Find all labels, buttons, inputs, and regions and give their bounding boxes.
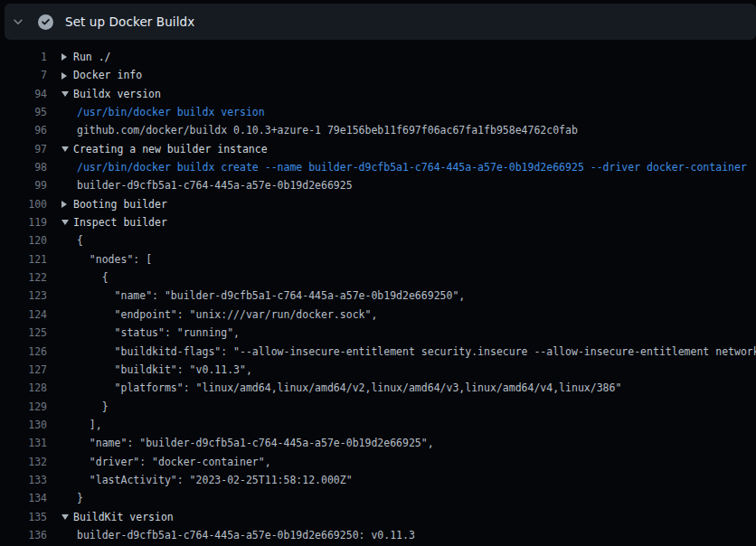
line-number[interactable]: 1 (0, 48, 47, 66)
line-number[interactable]: 122 (0, 268, 47, 287)
log-line: 7Docker info (0, 66, 756, 84)
log-line: 130 ], (0, 416, 756, 434)
log-line: 124 "endpoint": "unix:///var/run/docker.… (0, 306, 756, 324)
log-line: 127 "buildkit": "v0.11.3", (0, 361, 756, 379)
log-text-line: "lastActivity": "2023-02-25T11:58:12.000… (61, 471, 353, 489)
line-number[interactable]: 7 (0, 66, 47, 84)
triangle-collapsed-icon[interactable] (61, 53, 73, 61)
line-number[interactable]: 95 (0, 103, 47, 121)
line-number[interactable]: 135 (0, 508, 47, 526)
log-line: 1Run ./ (0, 48, 756, 66)
log-line: 121 "nodes": [ (0, 250, 756, 268)
line-number[interactable]: 134 (0, 489, 47, 507)
log-line: 129 } (0, 398, 756, 416)
triangle-collapsed-icon[interactable] (61, 201, 73, 208)
step-header[interactable]: Set up Docker Buildx (5, 4, 756, 40)
line-number[interactable]: 126 (0, 343, 47, 361)
line-number[interactable]: 133 (0, 471, 47, 489)
log-text-line: "endpoint": "unix:///var/run/docker.sock… (61, 306, 377, 324)
log-text: BuildKit version (73, 508, 174, 526)
line-number[interactable]: 124 (0, 306, 47, 324)
line-number[interactable]: 120 (0, 231, 47, 249)
log-text-line: "nodes": [ (61, 250, 152, 268)
triangle-expanded-icon[interactable] (61, 146, 73, 152)
log-text-line: builder-d9cfb5a1-c764-445a-a57e-0b19d2e6… (61, 176, 353, 194)
line-number[interactable]: 125 (0, 324, 47, 342)
chevron-down-icon[interactable] (5, 15, 32, 28)
log-text-line: "driver": "docker-container", (61, 453, 271, 471)
log-text: "name": "builder-d9cfb5a1-c764-445a-a57e… (77, 434, 434, 452)
line-number[interactable]: 99 (0, 176, 47, 194)
log-line: 131 "name": "builder-d9cfb5a1-c764-445a-… (0, 434, 756, 452)
log-text: } (77, 489, 83, 507)
log-group-header[interactable]: Buildx version (61, 85, 161, 103)
triangle-expanded-icon[interactable] (61, 514, 73, 520)
log-text: Creating a new builder instance (73, 140, 268, 158)
log-text: "buildkitd-flags": "--allow-insecure-ent… (77, 343, 756, 361)
log-text: Inspect builder (73, 213, 167, 231)
log-text: builder-d9cfb5a1-c764-445a-a57e-0b19d2e6… (77, 526, 415, 544)
check-circle-icon (38, 14, 53, 30)
line-number[interactable]: 96 (0, 121, 47, 139)
line-number[interactable]: 129 (0, 398, 47, 416)
line-number[interactable]: 94 (0, 85, 47, 103)
log-line: 120{ (0, 231, 756, 249)
log-text-line: "buildkitd-flags": "--allow-insecure-ent… (61, 343, 756, 361)
line-number[interactable]: 136 (0, 526, 47, 544)
log-group-header[interactable]: Docker info (61, 66, 142, 84)
log-text: "buildkit": "v0.11.3", (77, 361, 252, 379)
line-number[interactable]: 97 (0, 140, 47, 158)
line-number[interactable]: 121 (0, 250, 47, 268)
line-number[interactable]: 123 (0, 287, 47, 305)
log-group-header[interactable]: Creating a new builder instance (61, 140, 268, 158)
log-text: "nodes": [ (77, 250, 152, 268)
log-group-header[interactable]: BuildKit version (61, 508, 174, 526)
triangle-expanded-icon[interactable] (61, 91, 73, 97)
log-text: "driver": "docker-container", (77, 453, 271, 471)
log-line: 123 "name": "builder-d9cfb5a1-c764-445a-… (0, 287, 756, 305)
log-text-line: { (61, 268, 109, 287)
line-number[interactable]: 132 (0, 453, 47, 471)
log-text-line: "buildkit": "v0.11.3", (61, 361, 252, 379)
log-text-line: /usr/bin/docker buildx create --name bui… (61, 158, 747, 176)
log-text-line: builder-d9cfb5a1-c764-445a-a57e-0b19d2e6… (61, 526, 415, 544)
log-text: Booting builder (73, 195, 167, 213)
log-line: 133 "lastActivity": "2023-02-25T11:58:12… (0, 471, 756, 489)
line-number[interactable]: 98 (0, 158, 47, 176)
log-line: 95/usr/bin/docker buildx version (0, 103, 756, 121)
line-number[interactable]: 100 (0, 195, 47, 213)
log-text: "lastActivity": "2023-02-25T11:58:12.000… (77, 471, 353, 489)
log-group-header[interactable]: Inspect builder (61, 213, 167, 231)
log-text-line: { (61, 231, 83, 249)
log-text: Buildx version (73, 85, 161, 103)
log-line: 99builder-d9cfb5a1-c764-445a-a57e-0b19d2… (0, 176, 756, 194)
log-line: 128 "platforms": "linux/amd64,linux/amd6… (0, 379, 756, 397)
log-text: builder-d9cfb5a1-c764-445a-a57e-0b19d2e6… (77, 176, 353, 194)
log-text: ], (77, 416, 102, 434)
log-group-header[interactable]: Booting builder (61, 195, 167, 213)
line-number[interactable]: 127 (0, 361, 47, 379)
log-line: 100Booting builder (0, 195, 756, 213)
log-lines: 1Run ./7Docker info94Buildx version95/us… (0, 42, 756, 546)
log-line: 132 "driver": "docker-container", (0, 453, 756, 471)
log-text-line: "platforms": "linux/amd64,linux/amd64/v2… (61, 379, 621, 397)
log-text: "name": "builder-d9cfb5a1-c764-445a-a57e… (77, 287, 465, 305)
triangle-collapsed-icon[interactable] (61, 72, 73, 80)
line-number[interactable]: 119 (0, 213, 47, 231)
log-group-header[interactable]: Run ./ (61, 48, 111, 66)
log-line: 126 "buildkitd-flags": "--allow-insecure… (0, 343, 756, 361)
step-title: Set up Docker Buildx (65, 14, 194, 29)
log-line: 96github.com/docker/buildx 0.10.3+azure-… (0, 121, 756, 139)
log-text-line: } (61, 398, 109, 416)
log-text: "status": "running", (77, 324, 240, 342)
log-line: 94Buildx version (0, 85, 756, 103)
line-number[interactable]: 128 (0, 379, 47, 397)
line-number[interactable]: 130 (0, 416, 47, 434)
log-line: 98/usr/bin/docker buildx create --name b… (0, 158, 756, 176)
log-text-line: "status": "running", (61, 324, 240, 342)
triangle-expanded-icon[interactable] (61, 220, 73, 225)
log-text: "endpoint": "unix:///var/run/docker.sock… (77, 306, 377, 324)
log-text: /usr/bin/docker buildx version (77, 103, 265, 121)
log-text-line: "name": "builder-d9cfb5a1-c764-445a-a57e… (61, 287, 465, 305)
line-number[interactable]: 131 (0, 434, 47, 452)
